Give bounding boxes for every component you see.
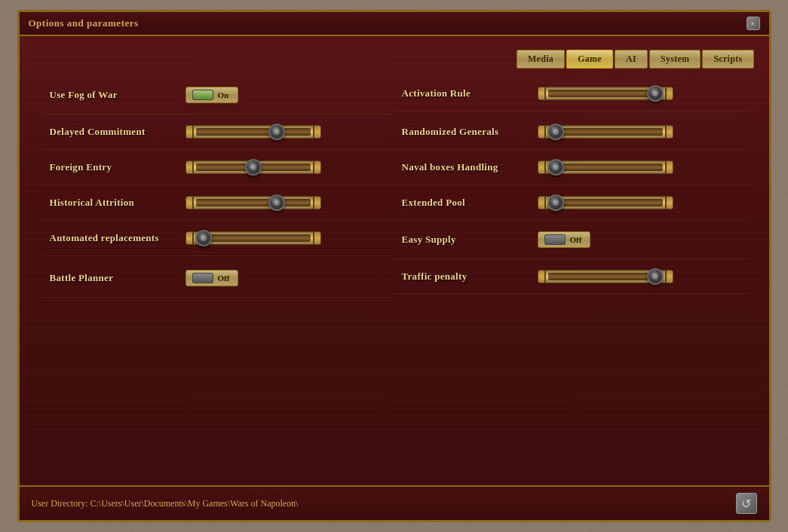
title-bar: Options and parameters × xyxy=(20,12,769,36)
slider-naval-boxes[interactable] xyxy=(538,161,739,174)
toggle-control-easy-supply[interactable]: Off xyxy=(538,231,590,248)
option-row-activation-rule: Activation Rule xyxy=(394,76,747,112)
option-easy-supply: Easy Supply Off xyxy=(394,221,747,259)
slider-knob-rg[interactable] xyxy=(547,124,564,140)
main-window: Options and parameters × Media Game AI S… xyxy=(17,10,771,522)
footer: User Directory: C:\Users\User\Documents\… xyxy=(20,485,769,520)
slider-right-cap xyxy=(666,87,673,100)
label-fog-of-war: Use Fog of War xyxy=(50,89,170,101)
toggle-indicator-off-es xyxy=(544,234,566,245)
label-automated-replacements: Automated replacements xyxy=(50,232,170,244)
option-row-randomized-generals: Randomized Generals xyxy=(394,115,747,150)
option-row-easy-supply: Easy Supply Off xyxy=(394,221,747,259)
label-naval-boxes: Naval boxes Handling xyxy=(402,161,523,173)
option-battle-planner: Battle Planner Off xyxy=(42,259,394,298)
option-activation-rule: Activation Rule xyxy=(394,76,747,115)
slider-track[interactable] xyxy=(545,87,666,100)
option-delayed-commitment: Delayed Commitment xyxy=(42,115,394,150)
slider-track-dc[interactable] xyxy=(193,125,314,139)
toggle-indicator-on xyxy=(192,90,213,100)
slider-activation-rule[interactable] xyxy=(538,87,739,100)
slider-historical-attrition[interactable] xyxy=(186,196,387,209)
toggle-label-off-bp: Off xyxy=(218,274,230,283)
option-naval-boxes: Naval boxes Handling xyxy=(394,150,747,185)
toggle-indicator-off-bp xyxy=(192,273,213,283)
option-historical-attrition: Historical Attrition xyxy=(42,185,394,221)
label-foreign-entry: Foreign Entry xyxy=(50,161,170,173)
option-row-fog-of-war: Use Fog of War On xyxy=(42,76,394,115)
option-row-traffic-penalty: Traffic penalty xyxy=(394,259,747,295)
slider-knob-dc[interactable] xyxy=(268,124,285,140)
slider-knob-ha[interactable] xyxy=(268,194,285,211)
toggle-battle-planner[interactable]: Off xyxy=(186,270,387,286)
option-randomized-generals: Randomized Generals xyxy=(394,115,747,150)
option-row-delayed-commitment: Delayed Commitment xyxy=(42,115,394,150)
slider-knob-nb[interactable] xyxy=(547,159,564,176)
label-extended-pool: Extended Pool xyxy=(402,197,523,209)
slider-track-rg[interactable] xyxy=(545,125,666,139)
toggle-label-off-es: Off xyxy=(570,235,582,244)
footer-path: User Directory: C:\Users\User\Documents\… xyxy=(32,498,299,509)
option-row-foreign-entry: Foreign Entry xyxy=(42,150,394,185)
close-button[interactable]: × xyxy=(747,17,760,30)
option-extended-pool: Extended Pool xyxy=(394,185,747,221)
slider-delayed-commitment[interactable] xyxy=(186,125,387,139)
option-fog-of-war: Use Fog of War On xyxy=(42,76,394,115)
slider-extended-pool[interactable] xyxy=(538,196,739,209)
tab-media[interactable]: Media xyxy=(517,50,565,69)
slider-automated-replacements[interactable] xyxy=(186,231,387,245)
slider-knob-ar[interactable] xyxy=(195,230,212,246)
option-foreign-entry: Foreign Entry xyxy=(42,150,394,185)
option-row-historical-attrition: Historical Attrition xyxy=(42,185,394,221)
option-row-extended-pool: Extended Pool xyxy=(394,185,747,221)
label-historical-attrition: Historical Attrition xyxy=(50,197,170,209)
slider-full-activation[interactable] xyxy=(538,87,673,100)
slider-knob-tp[interactable] xyxy=(647,268,664,285)
slider-track-ha[interactable] xyxy=(193,196,314,209)
toggle-easy-supply[interactable]: Off xyxy=(538,231,739,248)
toggle-label-on: On xyxy=(218,90,229,99)
slider-track-ep[interactable] xyxy=(545,196,666,209)
content-area: Media Game AI System Scripts Use Fog of … xyxy=(20,36,769,485)
slider-traffic-penalty[interactable] xyxy=(538,270,739,283)
tab-game[interactable]: Game xyxy=(566,50,613,69)
label-easy-supply: Easy Supply xyxy=(402,234,523,246)
label-randomized-generals: Randomized Generals xyxy=(402,126,523,138)
slider-knob-ep[interactable] xyxy=(547,194,564,211)
refresh-button[interactable]: ↺ xyxy=(736,493,757,514)
tab-scripts[interactable]: Scripts xyxy=(702,50,753,69)
label-delayed-commitment: Delayed Commitment xyxy=(50,126,170,138)
label-activation-rule: Activation Rule xyxy=(402,87,523,99)
slider-track-fe[interactable] xyxy=(193,161,314,174)
slider-foreign-entry[interactable] xyxy=(186,161,387,174)
slider-knob[interactable] xyxy=(647,85,664,102)
slider-track-tp[interactable] xyxy=(545,270,666,283)
toggle-control-fog-of-war[interactable]: On xyxy=(186,87,238,103)
toggle-control-battle-planner[interactable]: Off xyxy=(186,270,238,286)
tab-system[interactable]: System xyxy=(649,50,701,69)
tabs-row: Media Game AI System Scripts xyxy=(27,44,762,76)
tab-ai[interactable]: AI xyxy=(615,50,648,69)
option-automated-replacements: Automated replacements xyxy=(42,221,394,259)
slider-randomized-generals[interactable] xyxy=(538,125,739,139)
label-traffic-penalty: Traffic penalty xyxy=(402,271,523,283)
option-row-battle-planner: Battle Planner Off xyxy=(42,259,394,298)
options-grid: Use Fog of War On Activation Rule xyxy=(27,76,762,298)
label-battle-planner: Battle Planner xyxy=(50,272,170,284)
window-title: Options and parameters xyxy=(29,17,139,29)
slider-knob-fe[interactable] xyxy=(245,159,262,176)
option-row-automated-replacements: Automated replacements xyxy=(42,221,394,256)
slider-left-cap xyxy=(538,87,545,100)
toggle-fog-of-war[interactable]: On xyxy=(186,87,387,103)
option-traffic-penalty: Traffic penalty xyxy=(394,259,747,298)
slider-track-nb[interactable] xyxy=(545,161,666,174)
slider-track-ar[interactable] xyxy=(193,231,314,245)
option-row-naval-boxes: Naval boxes Handling xyxy=(394,150,747,185)
